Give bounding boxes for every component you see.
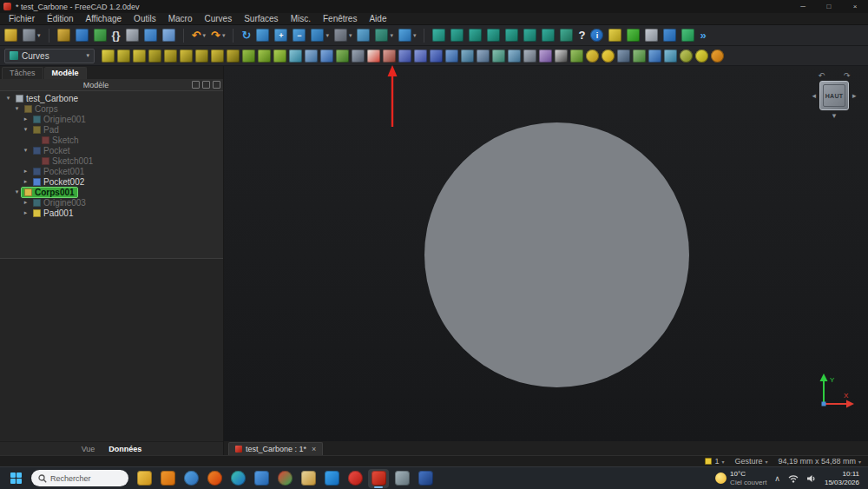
copy-button[interactable] [144, 29, 157, 42]
twisty-icon[interactable]: ▸ [21, 199, 30, 206]
layer-selector[interactable]: 1 ▾ [705, 457, 724, 466]
twisty-icon[interactable]: ▸ [21, 168, 30, 175]
taskbar-search[interactable] [31, 470, 128, 486]
nav-style-selector[interactable]: Gesture ▾ [734, 457, 767, 466]
birail-button[interactable] [398, 50, 411, 63]
nav-left-arrow-icon[interactable]: ◂ [812, 91, 816, 100]
twisty-icon[interactable]: ▾ [12, 188, 22, 195]
zoom-out-button[interactable]: − [293, 29, 306, 42]
tree-item-pocket[interactable]: ▾Pocket [0, 145, 223, 155]
curve-on-surface-button[interactable] [336, 50, 349, 63]
save-document-button[interactable] [76, 29, 89, 42]
whats-this-button[interactable]: ? [578, 29, 585, 42]
tree-item-pocket001[interactable]: ▸Pocket001 [0, 166, 223, 176]
line-button[interactable] [102, 50, 115, 63]
model-disc[interactable] [424, 122, 689, 387]
taskbar-opera[interactable] [345, 469, 365, 488]
isophote-sphere-button[interactable] [602, 50, 615, 63]
blend-surface-button[interactable] [508, 50, 521, 63]
surface-analysis-button[interactable] [539, 50, 552, 63]
taskbar-terminal[interactable] [415, 469, 436, 488]
twisty-icon[interactable]: ▾ [3, 95, 13, 102]
tree-options-button[interactable] [213, 81, 220, 89]
curvature-analysis-button[interactable] [586, 50, 599, 63]
sync-selection-button[interactable] [192, 81, 200, 89]
draw-style-button[interactable]: ▾ [334, 29, 352, 42]
split-curve-button[interactable] [258, 50, 271, 63]
tree-item-origine001[interactable]: ▸Origine001 [0, 114, 223, 124]
start-button[interactable] [5, 469, 26, 488]
editable-spline-button[interactable] [117, 50, 130, 63]
menu-surfaces[interactable]: Surfaces [238, 13, 284, 25]
paste-button[interactable] [162, 29, 175, 42]
minimize-button[interactable]: ─ [790, 0, 816, 13]
rotate-ccw-icon[interactable]: ↶ [818, 71, 825, 80]
part-box-green-button[interactable] [627, 29, 640, 42]
extend-curve-button[interactable] [273, 50, 286, 63]
mirror-curve-button[interactable] [289, 50, 302, 63]
interpolate-button[interactable] [180, 50, 193, 63]
approximate-button[interactable] [195, 50, 208, 63]
trim-face-button[interactable] [352, 50, 365, 63]
3d-viewport[interactable]: ↶ ↷ ◂ HAUT ▸ ▾ [224, 66, 868, 441]
right-view-button[interactable] [487, 29, 500, 42]
twisty-icon[interactable]: ▸ [21, 178, 30, 185]
tray-expand-chevron-icon[interactable]: ∧ [774, 474, 780, 483]
tree-item-pad[interactable]: ▾Pad [0, 124, 223, 135]
redo-button[interactable]: ↷▾ [211, 29, 225, 42]
taskbar-file-explorer[interactable] [134, 469, 155, 488]
taskbar-mail[interactable] [251, 469, 272, 488]
multiloft-button[interactable] [477, 50, 490, 63]
navigation-cube[interactable]: ↶ ↷ ◂ HAUT ▸ ▾ [806, 71, 863, 120]
discretize-button[interactable] [227, 50, 240, 63]
tab-vue[interactable]: Vue [82, 445, 95, 453]
twisty-icon[interactable]: ▸ [21, 209, 30, 216]
tree-item-sketch001[interactable]: Sketch001 [0, 155, 223, 166]
bottom-view-button[interactable] [523, 29, 536, 42]
taskbar-firefox[interactable] [204, 469, 225, 488]
search-input[interactable] [50, 474, 118, 483]
pipeshell-button[interactable] [430, 50, 443, 63]
menu-curves[interactable]: Curves [198, 13, 238, 25]
weather-widget[interactable]: 10°C Ciel couvert [715, 470, 766, 486]
pipeshell-profile-button[interactable] [414, 50, 427, 63]
taskbar-office[interactable] [298, 469, 319, 488]
tree-item-corps001[interactable]: ▾Corps001 [0, 187, 223, 197]
isometric-view-button[interactable] [432, 29, 445, 42]
nav-right-arrow-icon[interactable]: ▸ [852, 91, 857, 100]
taskbar-paint[interactable] [181, 469, 201, 488]
network-icon[interactable] [788, 474, 799, 483]
top-view-button[interactable] [469, 29, 482, 42]
join-curves-button[interactable] [242, 50, 255, 63]
box-selection-button[interactable] [256, 29, 269, 42]
gauss-sphere-button[interactable] [695, 50, 708, 63]
tree-item-origine003[interactable]: ▸Origine003 [0, 197, 223, 208]
twisty-icon[interactable]: ▾ [12, 105, 22, 112]
tree-item-pad001[interactable]: ▸Pad001 [0, 208, 223, 218]
navcube-face[interactable]: HAUT [819, 81, 849, 110]
tree-item-test-carbone[interactable]: ▾test_Carbone [0, 93, 223, 103]
taskbar-vlc[interactable] [157, 469, 178, 488]
twisty-icon[interactable]: ▾ [21, 147, 30, 154]
left-view-button[interactable] [542, 29, 555, 42]
symmetrize-button[interactable] [633, 50, 646, 63]
export-file-button[interactable] [94, 29, 107, 42]
rotate-cw-icon[interactable]: ↷ [844, 71, 851, 80]
taskbar-freecad[interactable] [368, 469, 389, 488]
reflect-lines-button[interactable] [305, 50, 318, 63]
twisty-icon[interactable]: ▾ [21, 126, 30, 133]
parametrize-button[interactable] [211, 50, 224, 63]
menu-macro[interactable]: Macro [162, 13, 199, 25]
tab-close-icon[interactable]: × [312, 445, 316, 453]
nav-down-arrow-icon[interactable]: ▾ [832, 111, 837, 120]
help-info-button[interactable]: i [590, 29, 603, 42]
taskbar-gimp[interactable] [391, 469, 412, 488]
isocurve-button[interactable] [320, 50, 333, 63]
helical-sweep-button[interactable] [664, 50, 677, 63]
curve-deviation-button[interactable] [164, 50, 177, 63]
volume-icon[interactable] [806, 474, 817, 483]
dock-views-button[interactable] [663, 29, 676, 42]
menu-misc[interactable]: Misc. [285, 13, 317, 25]
zoom-tool-button[interactable]: ▾ [398, 29, 417, 42]
tree-item-sketch[interactable]: Sketch [0, 135, 223, 145]
